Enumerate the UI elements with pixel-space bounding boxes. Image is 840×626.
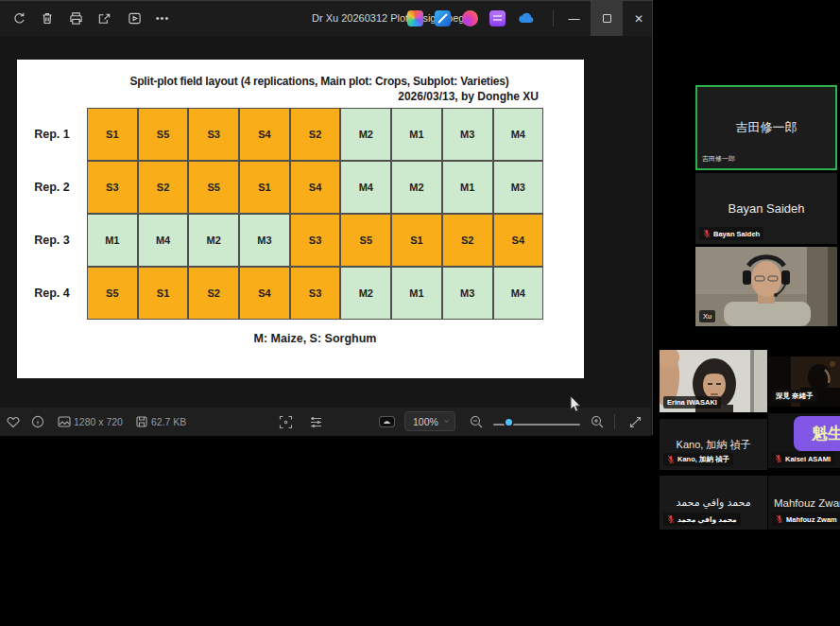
participant-tile-kano[interactable]: Kano, 加納 禎子 Kano, 加納 禎子 — [660, 419, 767, 470]
onedrive-icon[interactable] — [517, 10, 533, 26]
fullscreen-icon[interactable] — [627, 414, 643, 429]
participant-tile-erina[interactable]: Erina IWASAKI — [660, 350, 767, 412]
participant-tile-kaisei[interactable]: 魁生 Kaisei ASAMI — [768, 413, 840, 468]
figure-caption: M: Maize, S: Sorghum — [87, 332, 543, 345]
participant-label: Bayan Saideh — [713, 230, 760, 238]
plot-cell: M1 — [391, 108, 442, 161]
filmstrip-icon[interactable] — [308, 414, 323, 429]
zoom-in-icon[interactable] — [590, 414, 605, 429]
swirl-app-icon[interactable] — [462, 10, 478, 26]
plot-cell: S4 — [239, 267, 290, 320]
muted-mic-icon — [667, 455, 675, 464]
fit-to-window-icon[interactable] — [278, 414, 293, 429]
info-icon[interactable] — [30, 414, 45, 429]
muted-mic-icon — [776, 514, 783, 524]
mouse-cursor — [569, 395, 582, 418]
more-options-label: ••• — [156, 12, 170, 24]
close-button[interactable]: ✕ — [625, 1, 653, 36]
plot-cell: M1 — [391, 267, 442, 320]
participant-tile-mohammed[interactable]: محمد وافي محمد محمد وافي محمد — [660, 476, 767, 530]
close-glyph: ✕ — [634, 12, 643, 26]
displayed-image[interactable]: Split-plot field layout (4 replications,… — [17, 60, 584, 378]
avatar-initials: 魁生 — [812, 423, 840, 444]
participant-label: محمد وافي محمد — [677, 515, 737, 524]
plot-cell: S2 — [188, 267, 239, 320]
zoom-out-icon[interactable] — [469, 414, 484, 429]
titlebar-divider — [553, 10, 554, 26]
participant-tile-xu[interactable]: Xu — [695, 247, 837, 326]
plot-cell: S2 — [442, 214, 493, 267]
plot-cell: S1 — [87, 108, 138, 161]
rotate-icon[interactable] — [8, 7, 30, 29]
plot-cell: S4 — [290, 161, 341, 214]
plot-cell: S5 — [188, 161, 239, 214]
copilot-icon[interactable] — [407, 10, 423, 26]
participant-tile-bayan[interactable]: Bayan Saideh Bayan Saideh — [695, 173, 837, 244]
plot-cell: M4 — [493, 267, 544, 320]
maximize-glyph — [603, 14, 611, 23]
participant-label: Mahfouz Zwam — [786, 515, 837, 524]
zoom-slider-handle[interactable] — [504, 417, 514, 427]
muted-mic-icon — [667, 514, 675, 524]
plot-cell: S4 — [239, 108, 290, 161]
statusbar-divider — [614, 414, 615, 429]
rep-label: Rep. 4 — [17, 267, 87, 320]
rep-label: Rep. 3 — [17, 214, 87, 267]
delete-icon[interactable] — [36, 7, 59, 29]
image-dimensions-value: 1280 x 720 — [74, 416, 123, 427]
file-size-icon — [134, 414, 149, 429]
participant-label: 吉田修一郎 — [702, 154, 735, 164]
minimize-button[interactable]: — — [559, 1, 589, 36]
plot-cell: M1 — [87, 214, 138, 267]
plot-cell: S1 — [239, 161, 290, 214]
plot-cell: M4 — [493, 108, 544, 161]
plot-cell: S2 — [138, 161, 189, 214]
participant-label: Kano, 加納 禎子 — [677, 455, 729, 464]
plot-cell: S3 — [188, 108, 239, 161]
rep-label: Rep. 2 — [17, 161, 87, 214]
plot-cell: S5 — [87, 267, 138, 320]
plot-cell: S3 — [290, 214, 341, 267]
plot-cell: S4 — [493, 214, 544, 267]
plot-cell: S5 — [340, 214, 391, 267]
thumbnail-toggle-icon[interactable] — [378, 414, 395, 429]
print-icon[interactable] — [64, 7, 87, 29]
avatar: 魁生 — [794, 416, 840, 451]
participant-label: Kaisei ASAMI — [785, 455, 831, 463]
plot-cell: M1 — [442, 161, 493, 214]
more-options-button[interactable]: ••• — [151, 7, 174, 29]
zoom-level-dropdown[interactable]: 100% — [404, 411, 455, 431]
participant-tile-yoshida[interactable]: 吉田修一郎 吉田修一郎 — [695, 85, 837, 170]
title-bar: ••• Dr Xu 20260312 Plot design.jpeg — ✕ — [0, 1, 652, 36]
maximize-button[interactable] — [591, 1, 623, 36]
plot-cell: M2 — [188, 214, 239, 267]
plot-cell: S5 — [138, 108, 189, 161]
plot-cell: S3 — [290, 267, 341, 320]
chevron-down-icon — [444, 419, 449, 424]
figure-subtitle: 2026/03/13, by Donghe XU — [17, 90, 539, 103]
plot-cell: M2 — [340, 108, 391, 161]
plot-cell: M3 — [442, 267, 493, 320]
xu-video-feed — [695, 247, 837, 326]
favorite-heart-icon[interactable] — [6, 414, 21, 429]
image-dimensions-icon — [57, 414, 72, 429]
plot-cell: S1 — [138, 267, 189, 320]
photos-viewer-window: ••• Dr Xu 20260312 Plot design.jpeg — ✕ … — [0, 0, 653, 435]
screen: { "window": { "title": "Dr Xu 20260312 P… — [0, 0, 840, 626]
designer-icon[interactable] — [435, 10, 451, 26]
participant-tile-mahfouz[interactable]: Mahfouz Zwam Mahfouz Zwam — [768, 476, 840, 530]
zoom-level-value: 100% — [413, 416, 438, 427]
plot-cell: M3 — [442, 108, 493, 161]
slideshow-icon[interactable] — [123, 7, 146, 29]
field-table: Rep. 1S1S5S3S4S2M2M1M3M4Rep. 2S3S2S5S1S4… — [17, 108, 543, 320]
participant-label: 深見 奈緒子 — [776, 391, 814, 401]
plot-cell: M4 — [138, 214, 189, 267]
rep-label: Rep. 1 — [17, 108, 87, 161]
muted-mic-icon — [775, 454, 782, 463]
purple-app-icon[interactable] — [489, 10, 506, 26]
participant-tile-fukami[interactable]: 深見 奈緒子 — [768, 356, 840, 407]
figure-title: Split-plot field layout (4 replications,… — [64, 75, 574, 88]
plot-cell: S1 — [391, 214, 442, 267]
plot-cell: M4 — [340, 161, 391, 214]
share-icon[interactable] — [93, 7, 115, 29]
